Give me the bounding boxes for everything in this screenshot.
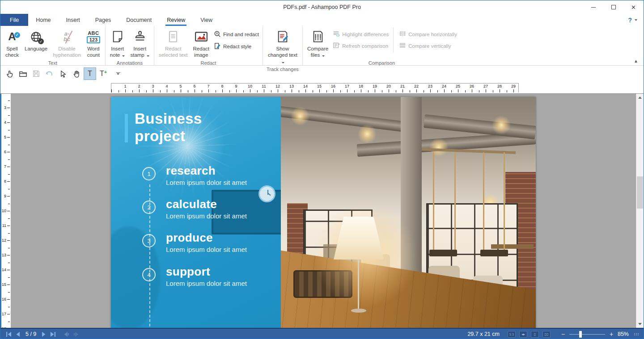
ruler-number: 6 [193, 84, 195, 88]
tab-file[interactable]: File [0, 14, 28, 26]
status-bar: 5 / 9 29.7 x 21 cm 1:1 ◂▸ ▯ ▯▯ − + 85% [0, 328, 644, 339]
ruler-number: 17 [345, 84, 349, 88]
tab-review[interactable]: Review [159, 14, 193, 26]
ruler-number: 5 [4, 135, 6, 139]
step-subtitle: Lorem ipsum dolor sit amet [166, 280, 247, 287]
spell-check-button[interactable]: A✓ Spell check [2, 27, 22, 59]
title-bar: PDFs.pdf - Ashampoo PDF Pro ✕ [0, 0, 644, 14]
step-subtitle: Lorem ipsum dolor sit amet [166, 179, 247, 186]
slide-photo [281, 97, 536, 328]
slide-blue-panel: Business project 1 research Lorem ipsum … [111, 97, 281, 328]
pan-hand-button[interactable] [70, 67, 83, 80]
ruler-number: 16 [331, 84, 335, 88]
view-fit-page-button[interactable]: ▯ [531, 331, 539, 338]
pdf-page[interactable]: Business project 1 research Lorem ipsum … [111, 97, 536, 328]
swing-seat [480, 250, 508, 256]
ruler-number: 12 [275, 84, 280, 88]
scroll-up-button[interactable] [636, 94, 644, 101]
insert-note-button[interactable]: Insert note [107, 27, 128, 59]
step-title: calculate [166, 197, 217, 211]
disable-hyphenation-button: a-bc Disable hyphenation [50, 27, 84, 59]
hyphenation-icon: a-bc [64, 29, 70, 44]
ruler-number: 8 [4, 179, 6, 184]
help-dropdown-caret-icon[interactable] [635, 19, 637, 21]
ruler-number: 13 [289, 84, 294, 88]
find-and-redact-button[interactable]: Find and redact [214, 30, 259, 38]
next-page-button[interactable] [42, 332, 46, 337]
redact-style-button[interactable]: Redact style [214, 42, 259, 50]
help-icon[interactable]: ? [628, 17, 632, 24]
zoom-out-button[interactable]: − [560, 331, 566, 338]
close-button[interactable]: ✕ [623, 0, 644, 14]
ruler-number: 8 [221, 84, 223, 88]
ruler-number: 16 [2, 297, 6, 301]
tab-view[interactable]: View [193, 14, 220, 26]
last-page-button[interactable] [50, 332, 56, 337]
ribbon-group-annotations: Insert note Insert stamp Annotations [105, 26, 154, 65]
redact-image-button[interactable]: Redact image [191, 27, 212, 59]
document-canvas[interactable]: 3456789101112131415161718 Business proje… [0, 93, 644, 328]
touch-select-button[interactable] [3, 67, 16, 80]
text-select-button[interactable]: T [84, 67, 96, 80]
ruler-number: 26 [470, 84, 474, 88]
compare-horizontally-button: Compare horizontally [399, 30, 457, 38]
word-count-button[interactable]: ABC123 Word count [84, 27, 103, 59]
spell-check-icon: A✓ [8, 29, 16, 44]
zoom-in-button[interactable]: + [609, 331, 614, 338]
refresh-comparison-button: Refresh comparison [333, 42, 389, 50]
swing-seat [429, 250, 457, 256]
zoom-slider[interactable] [569, 334, 605, 335]
step-subtitle: Lorem ipsum dolor sit amet [166, 212, 247, 220]
compare-files-button[interactable]: Compare files [305, 27, 331, 59]
scrollbar-thumb[interactable] [637, 176, 643, 209]
insert-text-button[interactable]: T+ [97, 67, 110, 80]
dropdown-caret-icon [322, 55, 325, 57]
view-fit-width-button[interactable]: ◂▸ [519, 331, 527, 338]
tab-pages[interactable]: Pages [88, 14, 119, 26]
first-page-button[interactable] [6, 332, 12, 337]
ruler-number: 25 [456, 84, 460, 88]
resize-grip[interactable] [634, 333, 639, 335]
ruler-number: 3 [152, 84, 154, 88]
page-size-label: 29.7 x 21 cm [467, 331, 500, 337]
undo-button [43, 67, 56, 80]
select-cursor-button[interactable] [57, 67, 69, 80]
toolbar-options-button[interactable] [110, 67, 123, 80]
maximize-icon [611, 5, 616, 9]
maximize-button[interactable] [603, 0, 623, 14]
collapse-ribbon-button[interactable]: ▲ [634, 59, 638, 63]
quick-toolbar: T T+ [0, 66, 644, 82]
minimize-button[interactable] [583, 0, 603, 14]
ruler-row: 1234567891011121314151617181920212223242… [0, 82, 644, 93]
tab-home[interactable]: Home [28, 14, 58, 26]
ceiling-light [491, 115, 512, 135]
view-two-pages-button[interactable]: ▯▯ [542, 331, 551, 338]
show-changed-text-button[interactable]: Show changed text [265, 27, 301, 66]
swing-rope [454, 152, 456, 253]
insert-stamp-button[interactable]: Insert stamp [127, 27, 152, 59]
redacted-page-icon [168, 29, 178, 44]
zoom-slider-handle[interactable] [579, 331, 582, 338]
view-actual-size-button[interactable]: 1:1 [508, 331, 516, 338]
tab-insert[interactable]: Insert [59, 14, 88, 26]
ruler-number: 1 [124, 84, 126, 88]
scroll-down-button[interactable] [636, 320, 644, 328]
toolbar-options-icon [116, 72, 120, 75]
language-button[interactable]: ✓ Language [22, 27, 50, 53]
vertical-scrollbar[interactable] [636, 94, 644, 328]
ruler-number: 7 [4, 164, 6, 169]
zoom-level-label: 85% [618, 331, 629, 337]
ruler-number: 6 [4, 150, 6, 154]
compare-vertically-icon [399, 42, 406, 50]
open-file-button[interactable] [17, 67, 29, 80]
ribbon-tab-row: File Home Insert Pages Document Review V… [0, 14, 644, 26]
save-button [30, 67, 42, 80]
ruler-number: 11 [2, 223, 6, 228]
previous-page-button[interactable] [16, 332, 20, 337]
undo-icon [46, 70, 54, 78]
ruler-number: 29 [511, 84, 516, 88]
tab-document[interactable]: Document [119, 14, 159, 26]
group-label-annotations: Annotations [107, 59, 152, 67]
step-title: support [166, 265, 210, 279]
compare-vertically-button: Compare vertically [399, 42, 457, 50]
